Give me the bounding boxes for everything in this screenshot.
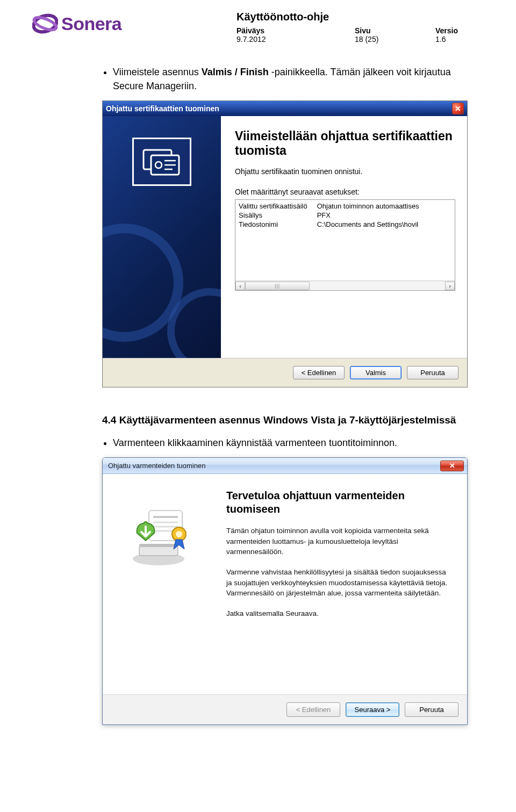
- w7-heading: Tervetuloa ohjattuun varmenteiden tuomis…: [226, 489, 452, 516]
- meta-version-label: Versio: [435, 26, 458, 35]
- svg-point-17: [176, 531, 182, 537]
- xp-titlebar: Ohjattu sertifikaattien tuominen ✕: [103, 101, 467, 116]
- next-button[interactable]: Seuraava >: [346, 702, 399, 717]
- section-heading: 4.4 Käyttäjävarmenteen asennus Windows V…: [102, 414, 478, 426]
- xp-row1-val: Ohjatun toiminnon automaattises: [317, 202, 419, 210]
- xp-button-bar: < Edellinen Valmis Peruuta: [103, 358, 467, 387]
- meta-date-label: Päiväys: [236, 26, 264, 35]
- certificate-import-icon: [124, 503, 199, 567]
- w7-paragraph-3: Jatka valitsemalla Seuraava.: [226, 608, 452, 619]
- sonera-logo-icon: [32, 11, 58, 37]
- instruction-list: Viimeistele asennus Valmis / Finish -pai…: [102, 65, 478, 93]
- instruction-list-2: Varmenteen klikkaaminen käynnistää varme…: [102, 436, 478, 450]
- xp-row3-val: C:\Documents and Settings\hovil: [317, 220, 419, 228]
- page-header: Sonera Käyttöönotto-ohje Päiväys Sivu Ve…: [32, 11, 484, 44]
- w7-window-title: Ohjattu varmenteiden tuominen: [106, 462, 440, 470]
- w7-paragraph-1: Tämän ohjatun toiminnon avulla voit kopi…: [226, 526, 452, 557]
- instruction-click-cert: Varmenteen klikkaaminen käynnistää varme…: [113, 436, 478, 450]
- brand-logo: Sonera: [32, 11, 121, 37]
- horizontal-scrollbar[interactable]: ‹ ||| ›: [235, 281, 455, 290]
- cancel-button[interactable]: Peruuta: [407, 366, 458, 379]
- xp-settings-label: Olet määrittänyt seuraavat asetukset:: [235, 188, 455, 196]
- xp-side-graphic: [103, 116, 221, 358]
- cancel-button[interactable]: Peruuta: [405, 702, 458, 717]
- xp-heading: Viimeistellään ohjattua sertifikaattien …: [235, 129, 455, 157]
- xp-wizard-window: Ohjattu sertifikaattien tuominen ✕: [102, 100, 468, 387]
- meta-page-label: Sivu: [355, 26, 371, 35]
- xp-success-text: Ohjattu sertifikaatin tuominen onnistui.: [235, 167, 455, 176]
- scroll-thumb[interactable]: |||: [245, 282, 310, 290]
- w7-paragraph-2: Varmenne vahvistaa henkilöllisyytesi ja …: [226, 567, 452, 599]
- instruction-finish: Viimeistele asennus Valmis / Finish -pai…: [113, 65, 478, 93]
- svg-rect-10: [139, 544, 178, 547]
- w7-titlebar: Ohjattu varmenteiden tuominen ✕: [103, 458, 467, 474]
- meta-page-value: 18 (25): [355, 35, 378, 44]
- w7-side-graphic: [103, 474, 221, 694]
- scroll-left-icon[interactable]: ‹: [235, 282, 245, 290]
- xp-row2-key: Sisällys: [239, 211, 307, 219]
- back-button: < Edellinen: [286, 702, 340, 717]
- w7-wizard-window: Ohjattu varmenteiden tuominen ✕: [102, 457, 468, 725]
- scroll-right-icon[interactable]: ›: [445, 282, 455, 290]
- certificate-icon: [132, 138, 191, 186]
- meta-date-value: 9.7.2012: [236, 35, 266, 44]
- close-icon[interactable]: ✕: [440, 461, 464, 471]
- close-icon[interactable]: ✕: [452, 103, 464, 114]
- meta-version-value: 1.6: [435, 35, 446, 44]
- xp-row1-key: Valittu sertifikaattisäilö: [239, 202, 307, 210]
- xp-window-title: Ohjattu sertifikaattien tuominen: [106, 104, 452, 113]
- finish-button[interactable]: Valmis: [350, 366, 402, 379]
- brand-name: Sonera: [61, 13, 121, 34]
- xp-row3-key: Tiedostonimi: [239, 220, 307, 228]
- w7-button-bar: < Edellinen Seuraava > Peruuta: [103, 695, 467, 724]
- xp-row2-val: PFX: [317, 211, 419, 219]
- doc-title: Käyttöönotto-ohje: [236, 11, 484, 23]
- back-button[interactable]: < Edellinen: [293, 366, 345, 379]
- xp-settings-list: Valittu sertifikaattisäilö Sisällys Tied…: [235, 199, 455, 291]
